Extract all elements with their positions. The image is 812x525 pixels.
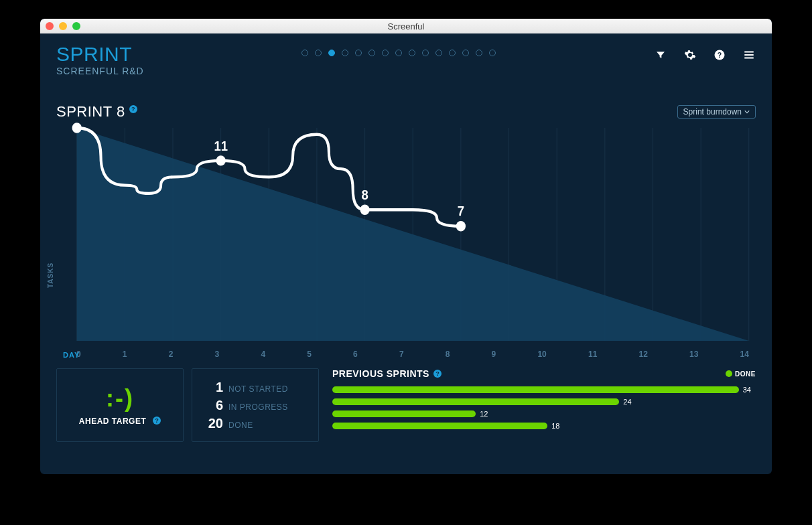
previous-bar-row: 12 [332,410,756,418]
x-tick: 8 [446,350,450,359]
legend-label: DONE [735,370,756,378]
x-tick: 7 [399,350,404,359]
chart-type-dropdown[interactable]: Sprint burndown [677,105,756,119]
svg-point-17 [72,123,82,133]
status-card: :-) AHEAD TARGET ? [56,368,184,442]
gear-icon[interactable] [683,48,697,62]
chevron-down-icon [744,109,750,115]
pager-dot[interactable] [301,50,308,56]
x-tick: 1 [123,350,127,359]
pager-dot[interactable] [382,50,389,56]
count-not-started: 1 NOT STARTED [204,380,288,395]
svg-point-21 [360,205,369,215]
x-tick: 4 [261,350,265,359]
brand-subtitle: SCREENFUL R&D [56,66,144,76]
previous-sprints-panel: PREVIOUS SPRINTS ? DONE 34241218 [327,368,756,442]
pager-dot[interactable] [462,50,469,56]
previous-bar [332,423,547,429]
pager-dot[interactable] [422,50,429,56]
chart-canvas-wrap: TASKS 131187 01234567891011121314 DAY [56,121,756,359]
x-tick: 14 [740,350,749,359]
menu-icon[interactable] [742,48,756,62]
chart-help-icon[interactable]: ? [129,105,137,113]
pager-dot[interactable] [435,50,442,56]
x-tick: 2 [169,350,174,359]
pager-dot[interactable] [355,50,362,56]
pager-dot[interactable] [489,50,496,56]
svg-text:8: 8 [361,188,368,202]
x-tick: 6 [353,350,358,359]
previous-bar-value: 18 [551,422,559,430]
window-title: Screenful [40,21,772,31]
chart-title: SPRINT 8 [56,103,125,121]
previous-bar-row: 24 [332,398,756,406]
svg-point-19 [216,155,225,165]
previous-bar-row: 34 [332,386,756,394]
counts-card: 1 NOT STARTED 6 IN PROGRESS 20 DONE [192,368,319,442]
chart-area: SPRINT 8 ? Sprint burndown TASKS 131187 … [56,103,756,359]
pager-dot[interactable] [315,50,322,56]
y-axis-label: TASKS [47,262,54,288]
pager-dot[interactable] [368,50,375,56]
pager-dot[interactable] [342,50,348,56]
brand-title: SPRINT [56,44,144,64]
x-tick: 10 [537,350,546,359]
svg-point-23 [456,221,466,231]
pager-dot[interactable] [449,50,456,56]
pager-dot[interactable] [395,50,402,56]
app-window: Screenful SPRINT SCREENFUL R&D ? [40,19,772,474]
page-indicator [144,50,654,56]
pager-dot[interactable] [476,50,482,56]
previous-bar [332,398,619,405]
previous-legend: DONE [726,370,756,378]
filter-icon[interactable] [654,48,667,62]
x-axis-ticks: 01234567891011121314 [56,350,756,359]
window-titlebar: Screenful [40,19,772,33]
chart-header: SPRINT 8 ? Sprint burndown [56,103,756,121]
svg-text:7: 7 [458,204,464,219]
x-tick: 5 [307,350,312,359]
status-help-icon[interactable]: ? [153,417,161,425]
pager-dot[interactable] [409,50,415,56]
svg-text:?: ? [718,51,722,59]
previous-bar [332,410,476,417]
header: SPRINT SCREENFUL R&D ? [56,44,756,76]
previous-bar-value: 34 [743,386,751,394]
svg-text:11: 11 [214,139,228,153]
previous-bars: 34241218 [332,386,756,430]
pager-dot[interactable] [328,50,335,56]
status-text: AHEAD TARGET ? [79,417,161,426]
x-axis-label: DAY [63,351,80,359]
count-done: 20 DONE [204,416,253,431]
previous-help-icon[interactable]: ? [433,370,442,378]
burndown-chart: 131187 [56,121,756,348]
legend-dot-icon [726,370,732,377]
brand-block: SPRINT SCREENFUL R&D [56,44,144,76]
x-tick: 3 [215,350,220,359]
previous-sprints-header: PREVIOUS SPRINTS ? DONE [332,368,756,379]
toolbar: ? [654,48,756,62]
x-tick: 12 [638,350,647,359]
status-smiley: :-) [106,384,134,412]
previous-sprints-title: PREVIOUS SPRINTS [332,368,429,379]
x-tick: 9 [492,350,496,359]
previous-bar-row: 18 [332,422,756,430]
help-icon[interactable]: ? [713,48,726,62]
count-in-progress: 6 IN PROGRESS [204,398,288,413]
previous-bar-value: 24 [623,398,631,406]
x-tick: 13 [689,350,698,359]
app-content: SPRINT SCREENFUL R&D ? [40,33,772,474]
x-tick: 11 [588,350,597,359]
previous-bar-value: 12 [480,410,488,418]
bottom-row: :-) AHEAD TARGET ? 1 NOT STARTED 6 IN PR… [56,368,756,442]
previous-bar [332,386,739,393]
chart-type-dropdown-label: Sprint burndown [683,107,742,117]
